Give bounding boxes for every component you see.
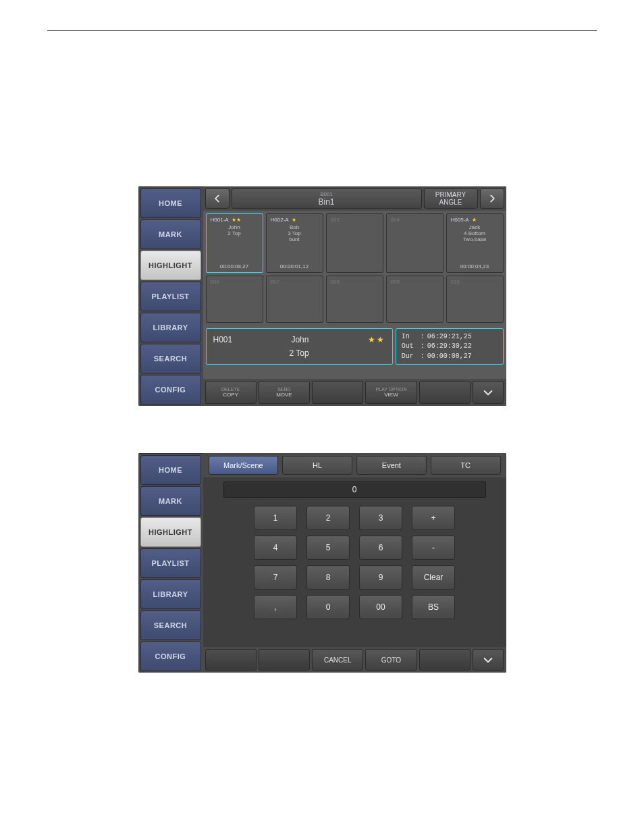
clip-detail-bar: H001 John ★★ 2 Top In:06:29:21,25 Out:06… <box>203 328 506 365</box>
footer-view-button[interactable]: PLAY OPTIONVIEW <box>365 381 417 404</box>
key-00[interactable]: 00 <box>359 595 402 619</box>
footer-move-button[interactable]: SENDMOVE <box>259 381 310 404</box>
detail-stars: ★★ <box>368 335 385 344</box>
nav-search[interactable]: SEARCH <box>140 344 201 373</box>
clip-slot[interactable]: H005-A★Jack4 BottomTwo-base00:00:04,23 <box>446 213 504 273</box>
goto-tabs: Mark/SceneHLEventTC <box>203 453 506 477</box>
chevron-down-icon <box>483 387 493 398</box>
nav-playlist[interactable]: PLAYLIST <box>140 548 201 578</box>
footer-blank <box>312 381 363 404</box>
key-clear[interactable]: Clear <box>412 565 455 590</box>
page-rule <box>47 30 597 31</box>
footer-blank <box>419 649 471 671</box>
clip-slot-empty[interactable]: 009 <box>386 276 444 323</box>
key-0[interactable]: 0 <box>306 595 350 619</box>
clip-slot[interactable]: H002-A★Bob3 Topbunt00:00:01,12 <box>266 213 323 273</box>
key-3[interactable]: 3 <box>359 506 402 530</box>
nav-home[interactable]: HOME <box>140 188 201 218</box>
angle-button[interactable]: PRIMARY ANGLE <box>424 188 478 209</box>
clip-slot-empty[interactable]: 004 <box>386 213 444 273</box>
nav-library[interactable]: LIBRARY <box>140 313 201 342</box>
nav-search[interactable]: SEARCH <box>140 610 201 640</box>
footer-goto-button[interactable]: GOTO <box>365 649 417 671</box>
nav-mark[interactable]: MARK <box>140 486 201 516</box>
nav-config[interactable]: CONFIG <box>140 642 201 671</box>
key-bs[interactable]: BS <box>412 595 455 619</box>
bin-name: Bin1 <box>318 197 334 207</box>
footer-cancel-button[interactable]: CANCEL <box>312 649 363 671</box>
detail-tag: 2 Top <box>213 348 385 358</box>
footer-more-button[interactable] <box>473 649 504 671</box>
key-7[interactable]: 7 <box>254 565 297 590</box>
nav-highlight[interactable]: HIGHLIGHT <box>140 251 201 280</box>
chevron-left-icon <box>213 194 222 203</box>
clip-slot-empty[interactable]: 008 <box>326 276 383 323</box>
footer-blank <box>419 381 471 404</box>
bin-title[interactable]: B001 Bin1 <box>232 188 422 209</box>
action-footer: DELETECOPYSENDMOVEPLAY OPTIONVIEW <box>203 379 506 406</box>
detail-in: 06:29:21,25 <box>427 333 472 340</box>
nav-sidebar: HOMEMARKHIGHLIGHTPLAYLISTLIBRARYSEARCHCO… <box>138 186 203 406</box>
key-comma[interactable]: , <box>254 595 297 619</box>
nav-library[interactable]: LIBRARY <box>140 579 201 609</box>
key-1[interactable]: 1 <box>254 506 297 530</box>
nav-highlight[interactable]: HIGHLIGHT <box>140 517 201 547</box>
tab-hl[interactable]: HL <box>282 456 352 475</box>
nav-home[interactable]: HOME <box>140 455 201 485</box>
bin-id: B001 <box>320 191 333 197</box>
key-plus[interactable]: + <box>412 506 455 530</box>
detail-dur: 00:00:08,27 <box>427 353 472 360</box>
tab-event[interactable]: Event <box>356 456 427 475</box>
clip-slot-empty[interactable]: 010 <box>446 276 504 323</box>
key-6[interactable]: 6 <box>359 536 402 560</box>
highlight-panel: HOMEMARKHIGHLIGHTPLAYLISTLIBRARYSEARCHCO… <box>138 186 506 406</box>
keypad-footer: CANCELGOTO <box>203 647 506 673</box>
chevron-down-icon <box>483 654 493 665</box>
clip-grid: H001-A★★John2 Top00:00:08,27H002-A★Bob3 … <box>203 211 506 328</box>
nav-sidebar: HOMEMARKHIGHLIGHTPLAYLISTLIBRARYSEARCHCO… <box>138 453 203 673</box>
numeric-display: 0 <box>223 481 486 498</box>
chevron-right-icon <box>487 194 497 203</box>
key-minus[interactable]: - <box>412 536 455 560</box>
clip-detail-right[interactable]: In:06:29:21,25 Out:06:29:30,22 Dur:00:00… <box>396 328 504 365</box>
detail-name: John <box>291 335 308 344</box>
nav-playlist[interactable]: PLAYLIST <box>140 282 201 311</box>
key-2[interactable]: 2 <box>306 506 350 530</box>
clip-slot-empty[interactable]: 003 <box>326 213 383 273</box>
nav-config[interactable]: CONFIG <box>140 375 201 405</box>
next-bin-button[interactable] <box>480 188 504 209</box>
keypad-grid: 123+456-789Clear,000BS <box>223 506 486 619</box>
footer-blank <box>205 649 257 671</box>
footer-more-button[interactable] <box>473 381 504 404</box>
tab-tc[interactable]: TC <box>431 456 501 475</box>
clip-slot-empty[interactable]: 007 <box>266 276 323 323</box>
clip-slot[interactable]: H001-A★★John2 Top00:00:08,27 <box>206 213 263 273</box>
detail-id: H001 <box>213 335 233 344</box>
key-8[interactable]: 8 <box>306 565 350 590</box>
key-5[interactable]: 5 <box>306 536 350 560</box>
clip-slot-empty[interactable]: 006 <box>206 276 263 323</box>
prev-bin-button[interactable] <box>205 188 230 209</box>
footer-copy-button[interactable]: DELETECOPY <box>205 381 257 404</box>
clip-detail-left[interactable]: H001 John ★★ 2 Top <box>206 328 393 365</box>
nav-mark[interactable]: MARK <box>140 219 201 249</box>
key-4[interactable]: 4 <box>254 536 297 560</box>
tab-mark-scene[interactable]: Mark/Scene <box>209 456 279 475</box>
detail-out: 06:29:30,22 <box>427 342 472 350</box>
bin-header: B001 Bin1 PRIMARY ANGLE <box>203 186 506 211</box>
footer-blank <box>259 649 310 671</box>
keypad-panel: HOMEMARKHIGHLIGHTPLAYLISTLIBRARYSEARCHCO… <box>138 453 506 673</box>
key-9[interactable]: 9 <box>359 565 402 590</box>
